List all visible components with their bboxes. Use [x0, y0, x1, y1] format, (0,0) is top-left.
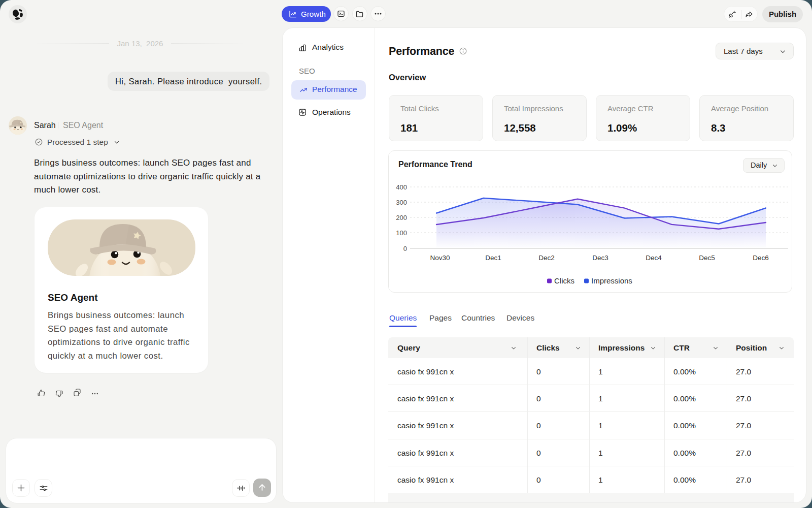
svg-text:300: 300 [396, 199, 407, 206]
svg-text:200: 200 [396, 214, 407, 221]
svg-text:Dec5: Dec5 [699, 254, 715, 262]
svg-text:Dec1: Dec1 [485, 254, 501, 262]
svg-text:Dec6: Dec6 [753, 254, 769, 262]
svg-text:0: 0 [403, 245, 407, 252]
svg-text:Nov30: Nov30 [430, 254, 450, 262]
svg-text:Clicks: Clicks [554, 276, 574, 285]
svg-text:Dec3: Dec3 [592, 254, 608, 262]
svg-text:Dec4: Dec4 [646, 254, 662, 262]
svg-text:Impressions: Impressions [591, 276, 632, 285]
svg-text:400: 400 [396, 183, 407, 191]
svg-text:100: 100 [396, 229, 407, 237]
svg-text:Dec2: Dec2 [538, 254, 555, 262]
